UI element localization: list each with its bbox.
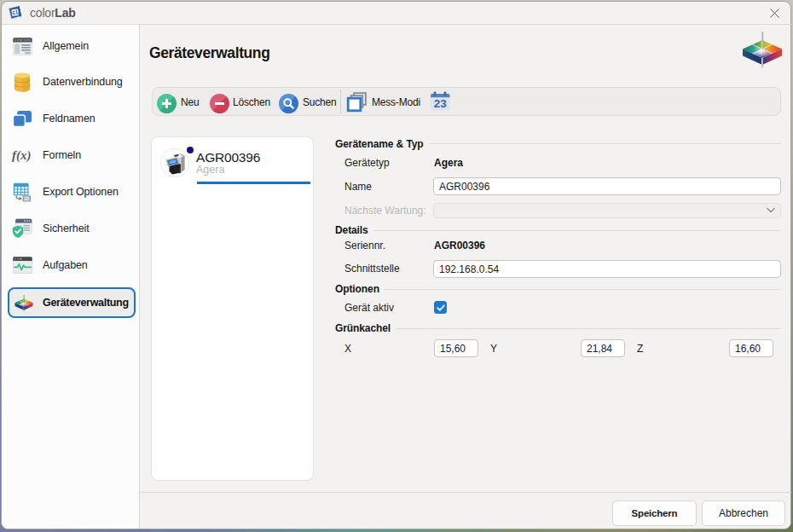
svg-text:23: 23 (434, 97, 448, 110)
svg-text:f(x): f(x) (12, 148, 32, 163)
svg-text:cL: cL (12, 8, 20, 16)
